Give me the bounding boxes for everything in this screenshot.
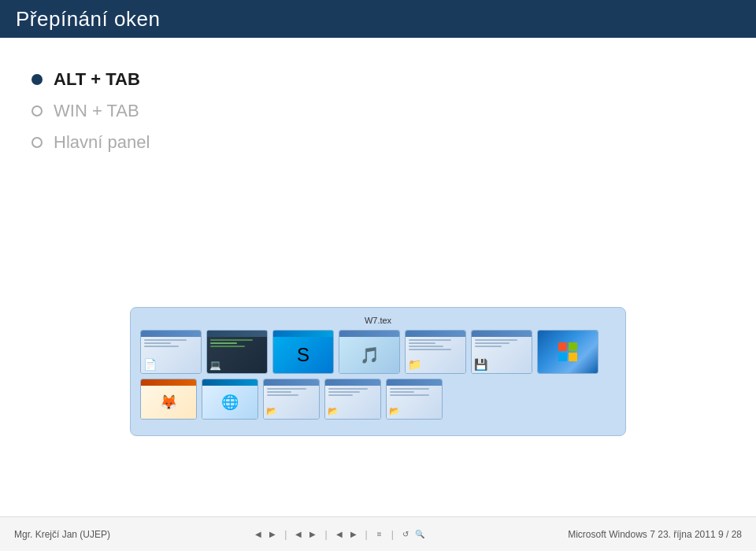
- f2-line2: [328, 391, 360, 393]
- nav-menu-btn[interactable]: ≡: [374, 529, 385, 540]
- nav-refresh-btn[interactable]: ↺: [400, 529, 411, 540]
- footer: Mgr. Krejčí Jan (UJEP) ◀ ▶ | ◀ ▶ | ◀ ▶ |…: [0, 516, 756, 551]
- exp-line2: [409, 342, 435, 344]
- thumb-lines: [141, 337, 201, 349]
- svg-rect-2: [558, 353, 567, 361]
- thumb-titlebar: [141, 331, 201, 337]
- thumb-skype: S: [272, 330, 334, 374]
- windows-logo-svg: [557, 341, 579, 363]
- nav-sep4: |: [391, 529, 394, 540]
- list-item-win-tab: WIN + TAB: [32, 101, 724, 121]
- nav-prev-prev-btn[interactable]: ◀: [253, 529, 264, 540]
- thumb-ff-inner: 🦊: [141, 379, 196, 419]
- header-bar: Přepínání oken: [0, 0, 756, 38]
- orbit-icon: 🌐: [202, 386, 258, 419]
- svg-rect-0: [558, 342, 567, 351]
- thumb-explorer: 📁: [405, 330, 466, 374]
- thumb-f3-titlebar: [387, 379, 442, 386]
- thumb-media-titlebar: [339, 331, 399, 337]
- thumb-doc-inner: 📄: [141, 331, 201, 373]
- exp-line3: [409, 346, 443, 347]
- main-content: ALT + TAB WIN + TAB Hlavní panel: [0, 38, 756, 187]
- nav-right-btn[interactable]: ▶: [348, 529, 359, 540]
- thumb-win-inner: [538, 331, 598, 373]
- nav-left-btn[interactable]: ◀: [334, 529, 345, 540]
- nav-sep3: |: [365, 529, 368, 540]
- skype-logo: S: [273, 337, 333, 373]
- f2-line1: [328, 388, 368, 390]
- exp-line4: [409, 349, 451, 350]
- page-title: Přepínání oken: [16, 7, 160, 31]
- save-line1: [475, 339, 517, 341]
- f1-line2: [267, 391, 291, 393]
- thumb-folder1: 📂: [263, 379, 320, 420]
- thumb-media-inner: 🎵: [339, 331, 399, 373]
- list-item-hlavni-panel: Hlavní panel: [32, 132, 724, 153]
- thumb-f3-lines: [387, 386, 442, 398]
- footer-right: Microsoft Windows 7 23. října 2011 9 / 2…: [568, 529, 742, 540]
- alt-tab-label: ALT + TAB: [54, 69, 140, 90]
- thumb-term-inner: 💻: [207, 331, 267, 373]
- doc-icon: 📄: [143, 358, 157, 371]
- footer-slide-sep: /: [726, 529, 732, 540]
- f2-line3: [328, 394, 353, 396]
- bullet-icon-hlavni: [32, 137, 43, 148]
- code-line2: [210, 342, 237, 344]
- exp-icon: 📁: [408, 358, 421, 371]
- thumb-save-lines: [472, 337, 532, 349]
- thumb-orbit: 🌐: [202, 379, 258, 420]
- switcher-row-1: 📄 💻 S 🎵: [140, 330, 616, 374]
- thumb-f2-inner: 📂: [325, 379, 380, 419]
- thumb-f1-titlebar: [264, 379, 319, 386]
- win-logo: [538, 331, 598, 373]
- bullet-list: ALT + TAB WIN + TAB Hlavní panel: [32, 69, 724, 153]
- nav-sep2: |: [324, 529, 327, 540]
- save-icon: 💾: [474, 358, 487, 371]
- thumb-ff-titlebar: [141, 379, 196, 386]
- thumb-document: 📄: [140, 330, 202, 374]
- nav-prev-btn[interactable]: ▶: [267, 529, 278, 540]
- thumb-orbit-titlebar: [202, 379, 258, 386]
- firefox-icon: 🦊: [141, 386, 196, 419]
- hlavni-panel-label: Hlavní panel: [54, 132, 150, 153]
- thumb-folder3: 📂: [386, 379, 443, 420]
- thumb-media: 🎵: [339, 330, 400, 374]
- code-line1: [210, 339, 253, 341]
- switcher-label: W7.tex: [140, 316, 616, 325]
- thumb-orbit-inner: 🌐: [202, 379, 258, 419]
- save-line2: [475, 342, 510, 344]
- f1-line1: [267, 388, 306, 390]
- footer-product: Microsoft Windows 7: [568, 529, 655, 540]
- footer-date: 23. října 2011: [658, 529, 715, 540]
- code-line3: [210, 346, 245, 347]
- thumb-folder2: 📂: [324, 379, 381, 420]
- footer-slide-current: 9: [718, 529, 724, 540]
- nav-up-btn[interactable]: ◀: [293, 529, 304, 540]
- thumb-exp-titlebar: [406, 331, 465, 337]
- svg-rect-3: [569, 353, 577, 361]
- thumb-firefox: 🦊: [140, 379, 197, 420]
- thumb-saveas: 💾: [471, 330, 532, 374]
- folder1-icon: 📂: [266, 406, 277, 416]
- switcher-row-2: 🦊 🌐 📂: [140, 379, 616, 420]
- line1: [144, 339, 187, 341]
- footer-nav: ◀ ▶ | ◀ ▶ | ◀ ▶ | ≡ | ↺ 🔍: [253, 529, 425, 540]
- thumb-exp-lines: [406, 337, 465, 353]
- nav-search-btn[interactable]: 🔍: [414, 529, 425, 540]
- thumb-terminal: 💻: [206, 330, 268, 374]
- nav-down-btn[interactable]: ▶: [307, 529, 318, 540]
- thumb-f2-titlebar: [325, 379, 380, 386]
- media-icon: 🎵: [339, 337, 399, 373]
- f3-line2: [390, 391, 414, 393]
- thumb-skype-inner: S: [273, 331, 333, 373]
- thumb-term-titlebar: [207, 331, 267, 337]
- f1-line3: [267, 394, 298, 396]
- win-tab-label: WIN + TAB: [54, 101, 139, 121]
- line2: [144, 342, 171, 344]
- thumb-f1-lines: [264, 386, 319, 398]
- thumb-term-lines: [207, 337, 267, 349]
- exp-line1: [409, 339, 451, 341]
- thumb-skype-titlebar: [273, 331, 333, 337]
- svg-rect-1: [569, 342, 577, 351]
- line3: [144, 346, 179, 347]
